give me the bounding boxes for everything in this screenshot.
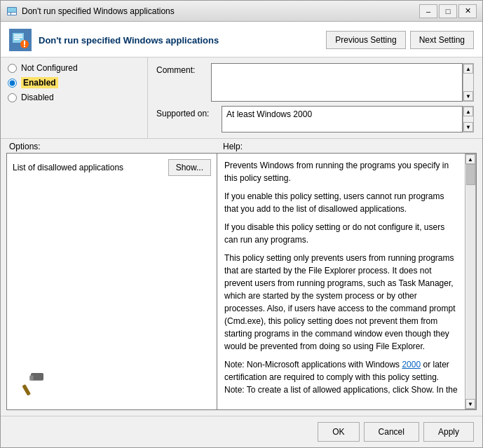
title-bar-left: Don't run specified Windows applications <box>6 6 175 17</box>
cancel-button[interactable]: Cancel <box>364 422 419 442</box>
help-para-2: If you enable this policy setting, users… <box>224 190 458 215</box>
comment-scroll-down[interactable]: ▼ <box>463 91 473 101</box>
apply-button[interactable]: Apply <box>423 422 474 442</box>
comment-textarea[interactable] <box>211 63 463 102</box>
not-configured-label: Not Configured <box>21 63 78 73</box>
help-section-label: Help: <box>223 142 474 151</box>
hammer-area <box>13 182 211 404</box>
close-button[interactable]: ✕ <box>458 4 477 18</box>
svg-rect-6 <box>14 34 22 36</box>
disabled-option[interactable]: Disabled <box>8 93 140 102</box>
supported-value: At least Windows 2000 <box>222 106 463 133</box>
comment-row: Comment: ▲ ▼ <box>156 63 474 102</box>
help-scroll-up[interactable]: ▲ <box>465 154 475 164</box>
disabled-label: Disabled <box>21 93 54 102</box>
ok-button[interactable]: OK <box>318 422 359 442</box>
header-title: Don't run specified Windows applications <box>39 35 219 46</box>
help-para-1: Prevents Windows from running the progra… <box>224 159 458 184</box>
not-configured-option[interactable]: Not Configured <box>8 63 140 73</box>
header-section: Don't run specified Windows applications… <box>1 22 482 57</box>
options-row: List of disallowed applications Show... <box>13 159 211 176</box>
help-link-2000: 2000 <box>402 360 421 369</box>
title-bar-controls: – □ ✕ <box>419 4 477 18</box>
maximize-button[interactable]: □ <box>439 4 457 18</box>
help-para-3: If you disable this policy setting or do… <box>224 221 458 246</box>
dialog-icon <box>6 6 18 17</box>
policy-icon <box>9 29 32 51</box>
supported-value-wrap: At least Windows 2000 ▲ ▼ <box>222 106 474 133</box>
options-section-label: Options: <box>9 142 223 151</box>
disabled-radio[interactable] <box>8 93 17 102</box>
left-panel: Not Configured Enabled Disabled <box>1 57 148 138</box>
svg-rect-7 <box>14 36 22 38</box>
options-help-content: List of disallowed applications Show... <box>6 153 477 410</box>
supported-scroll-up[interactable]: ▲ <box>463 107 473 116</box>
dialog-body: Don't run specified Windows applications… <box>1 22 482 447</box>
svg-rect-2 <box>8 13 11 15</box>
next-setting-button[interactable]: Next Setting <box>410 31 474 49</box>
footer: OK Cancel Apply <box>1 416 482 447</box>
supported-row: Supported on: At least Windows 2000 ▲ ▼ <box>156 106 474 133</box>
show-button[interactable]: Show... <box>168 159 211 176</box>
previous-setting-button[interactable]: Previous Setting <box>326 31 405 49</box>
title-bar: Don't run specified Windows applications… <box>1 1 482 22</box>
svg-rect-10 <box>24 41 25 45</box>
help-panel[interactable]: Prevents Windows from running the progra… <box>217 154 465 409</box>
help-scrollbar: ▲ ▼ <box>465 154 476 409</box>
dialog-window: Don't run specified Windows applications… <box>0 0 483 448</box>
title-bar-text: Don't run specified Windows applications <box>22 6 175 16</box>
help-para-4: This policy setting only prevents users … <box>224 252 458 353</box>
help-scroll-wrap: Prevents Windows from running the progra… <box>217 154 476 409</box>
comment-label: Comment: <box>156 63 205 75</box>
comment-textarea-wrap: ▲ ▼ <box>211 63 474 102</box>
hammer-icon <box>18 367 50 398</box>
enabled-label: Enabled <box>21 77 58 88</box>
options-help-labels: Options: Help: <box>1 139 482 153</box>
svg-rect-12 <box>22 384 31 396</box>
supported-scrollbar: ▲ ▼ <box>463 106 474 133</box>
svg-rect-8 <box>14 39 20 40</box>
list-label: List of disallowed applications <box>13 163 163 172</box>
policy-icon-svg <box>11 30 30 50</box>
help-scroll-track <box>466 164 475 399</box>
header-left: Don't run specified Windows applications <box>9 29 219 51</box>
svg-rect-14 <box>29 376 33 381</box>
radio-group: Not Configured Enabled Disabled <box>8 63 140 102</box>
not-configured-radio[interactable] <box>8 64 17 73</box>
supported-scroll-down[interactable]: ▼ <box>463 122 473 132</box>
top-area: Not Configured Enabled Disabled Comment: <box>1 57 482 139</box>
svg-rect-1 <box>8 8 16 12</box>
help-scroll-thumb <box>466 164 475 185</box>
supported-label: Supported on: <box>156 106 216 118</box>
help-para-5: Note: Non-Microsoft applications with Wi… <box>224 358 458 396</box>
header-buttons: Previous Setting Next Setting <box>326 31 474 49</box>
minimize-button[interactable]: – <box>419 4 437 18</box>
enabled-radio[interactable] <box>8 79 17 88</box>
comment-scrollbar: ▲ ▼ <box>463 63 474 102</box>
svg-rect-3 <box>11 13 16 15</box>
options-panel: List of disallowed applications Show... <box>7 154 217 409</box>
enabled-option[interactable]: Enabled <box>8 77 140 88</box>
comment-scroll-up[interactable]: ▲ <box>463 64 473 74</box>
comment-area: Comment: ▲ ▼ Supported on: At least Wind… <box>148 57 482 138</box>
svg-rect-11 <box>24 46 25 47</box>
help-scroll-down[interactable]: ▼ <box>465 399 475 409</box>
